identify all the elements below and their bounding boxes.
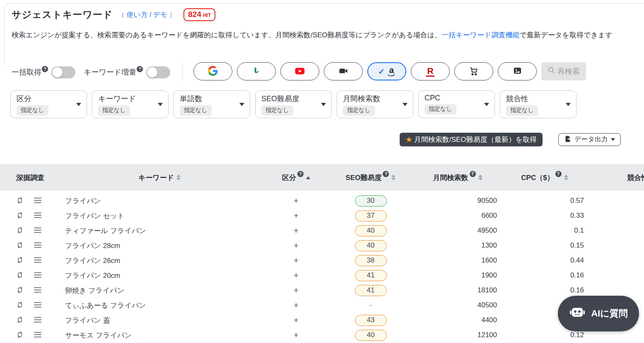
research-button[interactable]: 再検索 <box>541 62 586 80</box>
engine-button-video[interactable] <box>324 62 363 80</box>
engine-button-bing[interactable] <box>237 62 276 80</box>
kubun-cell: + <box>265 241 327 250</box>
chevron-down-icon <box>158 103 163 106</box>
column-label: キーワード <box>138 173 174 182</box>
deep-dive-button[interactable] <box>16 301 24 310</box>
filter-cpc[interactable]: CPC 指定なし <box>418 90 495 118</box>
filter-competition[interactable]: 競合性 指定なし <box>500 90 576 118</box>
row-menu-button[interactable] <box>34 257 41 264</box>
row-menu-button[interactable] <box>34 197 41 204</box>
video-camera-icon <box>338 66 348 77</box>
volume-value: 1600 <box>414 256 501 265</box>
engine-button-youtube[interactable] <box>280 62 319 80</box>
seo-badge: 30 <box>355 195 387 207</box>
kubun-cell: + <box>265 286 327 295</box>
row-menu-button[interactable] <box>34 302 41 309</box>
kubun-add-button[interactable]: + <box>294 286 299 294</box>
sort-icon[interactable] <box>564 175 568 180</box>
filter-seo-difficulty[interactable]: SEO難易度 指定なし <box>255 90 332 118</box>
filter-word-count[interactable]: 単語数 指定なし <box>174 90 250 118</box>
bulk-research-link[interactable]: 一括キーワード調査機能 <box>441 31 519 39</box>
kubun-cell: + <box>265 256 327 265</box>
help-icon[interactable]: ? <box>383 171 389 177</box>
deep-dive-button[interactable] <box>16 226 24 236</box>
kubun-add-button[interactable]: + <box>294 256 299 265</box>
usage-link[interactable]: 使い方 <box>126 10 147 19</box>
help-icon[interactable]: ? <box>297 171 304 177</box>
column-header-seo[interactable]: SEO難易度 ? <box>327 164 414 191</box>
row-menu-button[interactable] <box>34 287 41 294</box>
sort-icon[interactable] <box>391 175 396 180</box>
kubun-cell: + <box>265 331 327 340</box>
engine-button-shopping[interactable] <box>454 62 493 80</box>
engine-button-rakuten[interactable]: R <box>411 62 450 80</box>
column-header-competition[interactable]: 競合性 <box>588 164 644 191</box>
engine-button-google[interactable] <box>193 62 232 80</box>
filter-value-chip: 指定なし <box>343 105 375 116</box>
help-icon[interactable]: ? <box>555 171 562 177</box>
ai-question-button[interactable]: AIに質問 <box>558 296 639 331</box>
boost-toggle[interactable] <box>146 66 170 78</box>
star-icon: ★ <box>405 135 412 144</box>
amazon-icon: a <box>388 66 396 77</box>
row-menu-button[interactable] <box>34 317 41 324</box>
repeat-icon <box>16 331 24 340</box>
deep-dive-button[interactable] <box>16 316 24 325</box>
suggest-keyword-page: サジェストキーワード （ 使い方 / デモ ） 824 HIT 検索エンジンが提… <box>0 0 644 343</box>
data-export-button[interactable]: データ出力 <box>558 133 621 146</box>
deep-dive-button[interactable] <box>16 211 24 221</box>
kubun-add-button[interactable]: + <box>294 316 299 324</box>
demo-link[interactable]: デモ <box>153 10 167 19</box>
kubun-add-button[interactable]: + <box>294 196 299 205</box>
row-menu-button[interactable] <box>34 242 41 249</box>
chevron-down-icon <box>321 103 326 106</box>
volume-value: 40500 <box>414 301 501 309</box>
column-header-kubun[interactable]: 区分 ? <box>265 164 327 191</box>
column-header-deep-dive: 深掘調査 <box>0 164 54 191</box>
filter-keyword[interactable]: キーワード 指定なし <box>92 90 169 118</box>
fetch-latest-button[interactable]: ★ 月間検索数/SEO難易度（最新）を取得 <box>400 133 543 146</box>
kubun-add-button[interactable]: + <box>294 331 299 339</box>
deep-dive-button[interactable] <box>16 286 24 295</box>
volume-value: 1300 <box>414 241 501 250</box>
column-header-cpc[interactable]: CPC（$） ? <box>501 164 588 191</box>
kubun-add-button[interactable]: + <box>294 241 299 250</box>
row-menu-button[interactable] <box>34 227 41 234</box>
row-tools-cell <box>0 301 54 310</box>
kubun-add-button[interactable]: + <box>294 226 299 235</box>
row-menu-button[interactable] <box>34 272 41 279</box>
engine-button-image[interactable] <box>498 62 537 80</box>
row-menu-button[interactable] <box>34 332 41 339</box>
column-label: 月間検索数 <box>433 173 468 182</box>
kubun-cell: + <box>265 196 327 205</box>
filter-search-volume[interactable]: 月間検索数 指定なし <box>337 90 413 118</box>
filter-kubun[interactable]: 区分 指定なし <box>10 90 87 118</box>
sort-icon[interactable] <box>478 175 482 180</box>
column-header-keyword[interactable]: キーワード <box>54 164 265 191</box>
bulk-toggle[interactable] <box>51 66 75 78</box>
menu-icon <box>34 317 41 324</box>
deep-dive-button[interactable] <box>16 196 24 206</box>
row-menu-button[interactable] <box>34 212 41 219</box>
deep-dive-button[interactable] <box>16 331 24 340</box>
sort-asc-icon[interactable] <box>306 176 310 179</box>
page-description: 検索エンジンが提案する、検索需要のあるキーワードを網羅的に取得しています。月間検… <box>12 30 633 41</box>
bulk-help-icon[interactable]: ? <box>42 66 48 72</box>
deep-dive-button[interactable] <box>16 256 24 265</box>
seo-badge: 41 <box>355 285 387 296</box>
sort-icon[interactable] <box>176 175 181 180</box>
kubun-add-button[interactable]: + <box>294 301 299 309</box>
seo-badge: 38 <box>355 255 387 266</box>
help-icon[interactable]: ? <box>470 171 476 177</box>
engine-button-amazon[interactable]: ✓ a <box>367 62 406 80</box>
kubun-add-button[interactable]: + <box>294 211 299 220</box>
deep-dive-button[interactable] <box>16 271 24 280</box>
column-header-volume[interactable]: 月間検索数 ? <box>414 164 501 191</box>
kubun-add-button[interactable]: + <box>294 271 299 280</box>
deep-dive-button[interactable] <box>16 241 24 251</box>
repeat-icon <box>16 271 24 280</box>
boost-help-icon[interactable]: ? <box>137 66 143 72</box>
image-icon <box>513 66 522 77</box>
table-row: フライパン 26cm + 38 1600 0.44 <box>0 253 644 268</box>
volume-value: 1900 <box>414 271 501 280</box>
